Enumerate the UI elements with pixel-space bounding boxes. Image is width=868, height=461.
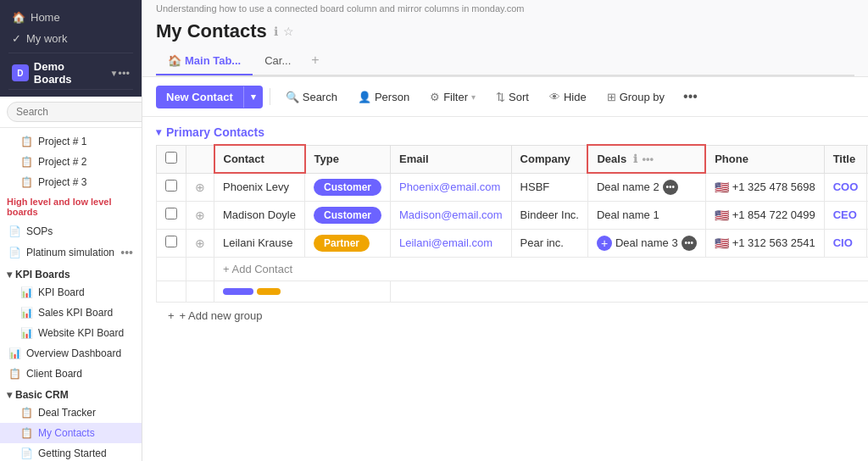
sidebar-item-project2[interactable]: 📋 Project # 2 bbox=[0, 152, 142, 172]
row2-email[interactable]: Madison@email.com bbox=[399, 208, 503, 221]
row3-checkbox[interactable] bbox=[165, 236, 177, 247]
row2-deal-row: Deal name 1 bbox=[597, 208, 697, 221]
sidebar-item-overview[interactable]: 📊 Overview Dashboard bbox=[0, 343, 142, 364]
doc-icon: 📄 bbox=[20, 447, 33, 459]
row1-action-icon[interactable]: ⊕ bbox=[195, 181, 205, 194]
row1-checkbox[interactable] bbox=[165, 180, 177, 192]
sidebar-nav: 📋 Project # 1 📋 Project # 2 📋 Project # … bbox=[0, 128, 142, 461]
search-input[interactable] bbox=[7, 102, 142, 122]
tab-add-button[interactable]: + bbox=[303, 46, 327, 75]
contacts-table: Contact Type Email Company Deals ℹ ••• P… bbox=[156, 144, 868, 303]
toolbar-separator bbox=[270, 88, 270, 105]
chart-icon: 📊 bbox=[20, 327, 33, 339]
overview-label: Overview Dashboard bbox=[26, 347, 121, 359]
select-all-checkbox[interactable] bbox=[165, 152, 177, 164]
person-button[interactable]: 👤 Person bbox=[349, 86, 418, 108]
add-contact-label-cell[interactable]: + Add Contact bbox=[214, 257, 869, 280]
workspace-avatar: D bbox=[12, 64, 29, 81]
project1-label: Project # 1 bbox=[38, 136, 86, 147]
kpiboard-label: KPI Board bbox=[38, 286, 85, 298]
sidebar-item-sops[interactable]: 📄 SOPs bbox=[0, 221, 142, 242]
new-contact-label: New Contact bbox=[156, 86, 243, 108]
row1-deal-dot[interactable]: ••• bbox=[663, 180, 678, 195]
row1-email[interactable]: Phoenix@email.com bbox=[399, 181, 500, 193]
board-icon: 📋 bbox=[20, 407, 33, 419]
deals-more-icon[interactable]: ••• bbox=[642, 153, 654, 165]
gettingstarted-label: Getting Started bbox=[38, 447, 107, 459]
row3-checkbox-cell bbox=[157, 229, 186, 257]
search-button[interactable]: 🔍 Search bbox=[277, 86, 346, 108]
workspace-more-icon[interactable]: ••• bbox=[118, 67, 130, 80]
star-icon[interactable]: ☆ bbox=[283, 25, 294, 38]
workspace-name: Demo Boards bbox=[34, 60, 105, 86]
row1-deal-row: Deal name 2 ••• bbox=[597, 180, 697, 195]
new-contact-arrow-icon[interactable]: ▾ bbox=[243, 86, 263, 108]
sidebar-item-websitekpi[interactable]: 📊 Website KPI Board bbox=[0, 323, 142, 343]
row3-email[interactable]: Leilani@email.com bbox=[399, 236, 492, 249]
th-phone: Phone bbox=[705, 145, 824, 173]
sidebar-item-mywork[interactable]: ✓ My work bbox=[8, 28, 133, 49]
sidebar-item-gettingstarted[interactable]: 📄 Getting Started bbox=[0, 443, 142, 461]
workspace-header: D Demo Boards ▼ ••• bbox=[8, 53, 133, 90]
sidebar-item-project1[interactable]: 📋 Project # 1 bbox=[0, 131, 142, 152]
dealtracker-label: Deal Tracker bbox=[38, 407, 96, 419]
row2-checkbox-cell bbox=[157, 201, 186, 229]
deals-info-icon[interactable]: ℹ bbox=[633, 153, 637, 165]
row3-deal-plus[interactable]: + bbox=[597, 236, 612, 251]
row3-name: Leilani Krause bbox=[223, 236, 292, 249]
toolbar-more-button[interactable]: ••• bbox=[676, 84, 704, 109]
row2-title: CEO bbox=[833, 208, 857, 221]
item-more-icon[interactable]: ••• bbox=[120, 246, 133, 259]
sidebar-item-platinum[interactable]: 📄 Platinum simulation ••• bbox=[0, 242, 142, 264]
row2-checkbox[interactable] bbox=[165, 208, 177, 219]
sidebar-item-high-level[interactable]: High level and low level boards bbox=[0, 192, 142, 221]
row1-flag-icon: 🇺🇸 bbox=[715, 181, 729, 194]
color-bar-check-cell bbox=[157, 280, 186, 302]
breadcrumb: Understanding how to use a connected boa… bbox=[156, 0, 854, 15]
sidebar-item-client[interactable]: 📋 Client Board bbox=[0, 364, 142, 384]
tab-car[interactable]: Car... bbox=[253, 47, 303, 75]
tab-car-label: Car... bbox=[264, 54, 291, 67]
sidebar-item-mycontacts[interactable]: 📋 My Contacts bbox=[0, 423, 142, 443]
sidebar: 🏠 Home ✓ My work D Demo Boards ▼ ••• + 📋… bbox=[0, 0, 142, 461]
sidebar-item-home[interactable]: 🏠 Home bbox=[8, 7, 133, 28]
row3-deal-dot[interactable]: ••• bbox=[682, 236, 697, 251]
kpi-group-header[interactable]: ▾ KPI Boards bbox=[0, 264, 142, 282]
row1-type-badge: Customer bbox=[314, 179, 381, 196]
person-icon: 👤 bbox=[358, 91, 371, 103]
row3-deal-name: Deal name 3 bbox=[615, 236, 678, 249]
sidebar-item-kpiboard[interactable]: 📊 KPI Board bbox=[0, 282, 142, 303]
group-header: ▾ Primary Contacts bbox=[156, 117, 854, 144]
sidebar-item-project3[interactable]: 📋 Project # 3 bbox=[0, 172, 142, 192]
add-contact-row[interactable]: + Add Contact bbox=[157, 257, 869, 280]
home-tab-icon: 🏠 bbox=[168, 54, 181, 67]
person-label: Person bbox=[375, 91, 409, 103]
groupby-button[interactable]: ⊞ Group by bbox=[598, 86, 673, 108]
arrow-icon: ▾ bbox=[7, 389, 12, 401]
info-icon[interactable]: ℹ bbox=[274, 25, 278, 38]
group-arrow-icon[interactable]: ▾ bbox=[156, 126, 161, 138]
crm-group-header[interactable]: ▾ Basic CRM bbox=[0, 384, 142, 403]
saleskpi-label: Sales KPI Board bbox=[38, 307, 113, 319]
row2-phone-cell: 🇺🇸 +1 854 722 0499 bbox=[705, 201, 824, 229]
arrow-icon: ▾ bbox=[7, 269, 12, 280]
row3-action-icon[interactable]: ⊕ bbox=[195, 236, 205, 250]
hide-button[interactable]: 👁 Hide bbox=[541, 86, 595, 108]
tab-main[interactable]: 🏠 Main Tab... bbox=[156, 47, 253, 75]
row2-action-icon[interactable]: ⊕ bbox=[195, 208, 205, 222]
sidebar-top: 🏠 Home ✓ My work D Demo Boards ▼ ••• bbox=[0, 0, 142, 97]
row2-action-cell: ⊕ bbox=[186, 201, 214, 229]
sidebar-item-saleskpi[interactable]: 📊 Sales KPI Board bbox=[0, 303, 142, 323]
client-label: Client Board bbox=[26, 368, 82, 380]
sort-button[interactable]: ⇅ Sort bbox=[487, 86, 537, 108]
title-icons: ℹ ☆ bbox=[274, 25, 294, 38]
th-title: Title bbox=[824, 145, 867, 173]
sidebar-item-dealtracker[interactable]: 📋 Deal Tracker bbox=[0, 403, 142, 423]
new-contact-button[interactable]: New Contact ▾ bbox=[156, 86, 263, 108]
groupby-icon: ⊞ bbox=[607, 91, 616, 103]
board-icon: 📋 bbox=[20, 176, 33, 188]
filter-button[interactable]: ⚙ Filter ▾ bbox=[421, 86, 484, 108]
add-group-button[interactable]: + + Add new group bbox=[156, 303, 275, 329]
row3-title: CIO bbox=[833, 236, 853, 249]
color-bar-orange bbox=[257, 288, 281, 295]
